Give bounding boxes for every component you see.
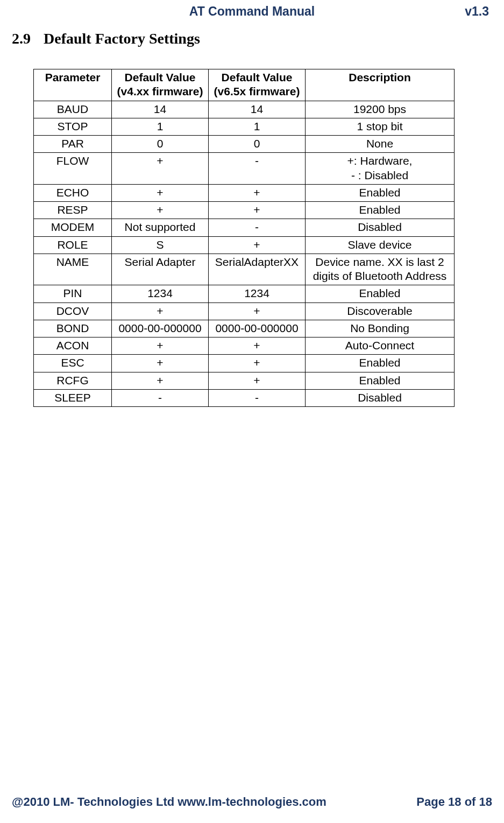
cell-desc: Discoverable (306, 303, 455, 320)
table-row: ECHO++Enabled (34, 184, 455, 201)
cell-v6: + (209, 303, 306, 320)
table-header-row: Parameter Default Value (v4.xx firmware)… (34, 69, 455, 101)
cell-parameter: SLEEP (34, 389, 112, 406)
cell-v6: 0000-00-000000 (209, 320, 306, 337)
cell-desc: No Bonding (306, 320, 455, 337)
page-header: AT Command Manual v1.3 (0, 4, 504, 24)
cell-v6: + (209, 236, 306, 254)
cell-parameter: DCOV (34, 303, 112, 320)
cell-parameter: ROLE (34, 236, 112, 254)
table-row: STOP111 stop bit (34, 118, 455, 135)
table-row: MODEMNot supported-Disabled (34, 219, 455, 236)
cell-desc: Slave device (306, 236, 455, 254)
cell-v4: + (112, 202, 209, 219)
cell-desc: Enabled (306, 285, 455, 303)
header-title: AT Command Manual (0, 4, 504, 19)
cell-desc: 19200 bps (306, 101, 455, 118)
cell-desc: +: Hardware,- : Disabled (306, 153, 455, 185)
cell-parameter: PIN (34, 285, 112, 303)
cell-v4: 1 (112, 118, 209, 135)
cell-v6: - (209, 389, 306, 406)
cell-v4: 1234 (112, 285, 209, 303)
cell-v4: + (112, 355, 209, 372)
table-row: NAMESerial AdapterSerialAdapterXXDevice … (34, 254, 455, 285)
cell-v6: + (209, 184, 306, 201)
col-header-description: Description (306, 69, 455, 101)
cell-v6: - (209, 219, 306, 236)
cell-v6: + (209, 202, 306, 219)
table-row: RCFG++Enabled (34, 372, 455, 389)
cell-desc: Device name. XX is last 2 digits of Blue… (306, 254, 455, 285)
cell-v4: S (112, 236, 209, 254)
cell-parameter: RESP (34, 202, 112, 219)
settings-table: Parameter Default Value (v4.xx firmware)… (33, 69, 455, 407)
cell-v4: + (112, 303, 209, 320)
cell-parameter: STOP (34, 118, 112, 135)
cell-v6: - (209, 153, 306, 185)
cell-parameter: PAR (34, 136, 112, 153)
cell-v4: + (112, 153, 209, 185)
cell-desc: Auto-Connect (306, 337, 455, 355)
cell-v6: + (209, 355, 306, 372)
page-footer: @2010 LM- Technologies Ltd www.lm-techno… (12, 795, 492, 811)
cell-desc: Enabled (306, 202, 455, 219)
table-row: SLEEP--Disabled (34, 389, 455, 406)
page: AT Command Manual v1.3 2.9 Default Facto… (0, 0, 504, 823)
cell-desc: Enabled (306, 184, 455, 201)
cell-parameter: BOND (34, 320, 112, 337)
cell-v6: 0 (209, 136, 306, 153)
col-header-parameter: Parameter (34, 69, 112, 101)
cell-v4: 0 (112, 136, 209, 153)
cell-parameter: MODEM (34, 219, 112, 236)
cell-parameter: ACON (34, 337, 112, 355)
cell-v4: 14 (112, 101, 209, 118)
table-row: ESC++Enabled (34, 355, 455, 372)
table-row: BOND0000-00-0000000000-00-000000No Bondi… (34, 320, 455, 337)
cell-v4: 0000-00-000000 (112, 320, 209, 337)
table-row: PAR00None (34, 136, 455, 153)
table-row: DCOV++Discoverable (34, 303, 455, 320)
cell-v4: Not supported (112, 219, 209, 236)
footer-page-num: Page 18 of 18 (416, 795, 492, 809)
cell-v4: + (112, 337, 209, 355)
cell-v6: + (209, 372, 306, 389)
cell-desc: 1 stop bit (306, 118, 455, 135)
cell-parameter: ESC (34, 355, 112, 372)
cell-parameter: FLOW (34, 153, 112, 185)
cell-desc: None (306, 136, 455, 153)
cell-desc: Disabled (306, 219, 455, 236)
cell-parameter: NAME (34, 254, 112, 285)
section-number: 2.9 (12, 30, 40, 47)
cell-v6: 1234 (209, 285, 306, 303)
cell-parameter: ECHO (34, 184, 112, 201)
cell-v6: 14 (209, 101, 306, 118)
cell-v4: + (112, 184, 209, 201)
section-heading: 2.9 Default Factory Settings (12, 30, 200, 47)
cell-v6: + (209, 337, 306, 355)
cell-v6: SerialAdapterXX (209, 254, 306, 285)
cell-desc: Enabled (306, 372, 455, 389)
cell-v6: 1 (209, 118, 306, 135)
cell-v4: + (112, 372, 209, 389)
cell-v4: Serial Adapter (112, 254, 209, 285)
col-header-v4: Default Value (v4.xx firmware) (112, 69, 209, 101)
cell-v4: - (112, 389, 209, 406)
table-row: ACON++Auto-Connect (34, 337, 455, 355)
cell-desc: Disabled (306, 389, 455, 406)
cell-parameter: RCFG (34, 372, 112, 389)
table-row: ROLES+Slave device (34, 236, 455, 254)
settings-table-wrap: Parameter Default Value (v4.xx firmware)… (33, 69, 454, 407)
table-row: FLOW+-+: Hardware,- : Disabled (34, 153, 455, 185)
col-header-v6: Default Value (v6.5x firmware) (209, 69, 306, 101)
table-row: PIN12341234Enabled (34, 285, 455, 303)
header-version: v1.3 (465, 4, 489, 19)
cell-parameter: BAUD (34, 101, 112, 118)
table-row: BAUD141419200 bps (34, 101, 455, 118)
table-row: RESP++Enabled (34, 202, 455, 219)
cell-desc: Enabled (306, 355, 455, 372)
section-title: Default Factory Settings (44, 30, 200, 47)
